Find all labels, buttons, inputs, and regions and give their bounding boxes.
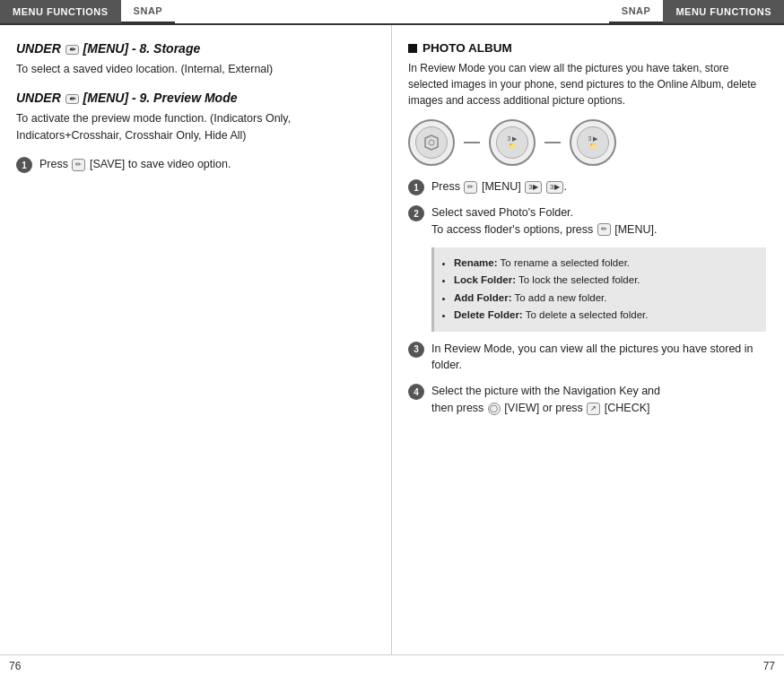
- main-content: UNDER ✏ [MENU] - 8. Storage To select a …: [0, 25, 784, 654]
- info-delete-bold: Delete Folder:: [454, 309, 523, 320]
- info-item-lock: Lock Folder: To lock the selected folder…: [454, 272, 757, 290]
- storage-body: To select a saved video location. (Inter…: [16, 61, 373, 78]
- black-square-icon: [408, 44, 417, 53]
- info-list: Rename: To rename a selected folder. Loc…: [443, 255, 757, 325]
- menu-key-icon-storage: ✏: [65, 45, 79, 55]
- folder-label-2: 3 ▶📁: [508, 135, 518, 151]
- storage-heading: UNDER ✏ [MENU] - 8. Storage: [16, 41, 373, 56]
- right-step-4-content: Select the picture with the Navigation K…: [431, 383, 766, 417]
- svg-marker-0: [425, 135, 438, 150]
- save-key-icon: ✏: [72, 159, 85, 171]
- right-step-3: 3 In Review Mode, you can view all the p…: [408, 341, 766, 375]
- menu-key-icon-preview: ✏: [65, 94, 79, 104]
- camera-icon-row: 3 ▶📁 3 ▶📁: [408, 119, 766, 166]
- info-item-add: Add Folder: To add a new folder.: [454, 290, 757, 308]
- camera-btn-inner-3: 3 ▶📁: [577, 126, 609, 159]
- header-left: MENU FUNCTIONS SNAP: [0, 0, 392, 23]
- check-key-icon: ↗: [587, 403, 600, 415]
- preview-heading: UNDER ✏ [MENU] - 9. Preview Mode: [16, 91, 373, 105]
- right-step-1: 1 Press ✏ [MENU] 3▶ 3▶.: [408, 178, 766, 195]
- photo-album-desc: In Review Mode you can view all the pict…: [408, 60, 766, 108]
- right-step-1-content: Press ✏ [MENU] 3▶ 3▶.: [431, 178, 766, 195]
- info-item-delete: Delete Folder: To delete a selected fold…: [454, 307, 757, 325]
- camera-btn-inner-1: [415, 126, 448, 159]
- info-add-bold: Add Folder:: [454, 292, 512, 303]
- footer: 76 77: [0, 654, 784, 676]
- menu-key-right-1: ✏: [464, 181, 477, 194]
- header-menu-tab-left[interactable]: MENU FUNCTIONS: [0, 0, 121, 23]
- right-panel: PHOTO ALBUM In Review Mode you can view …: [392, 25, 784, 654]
- svg-point-1: [429, 140, 434, 145]
- info-box: Rename: To rename a selected folder. Loc…: [431, 247, 766, 332]
- step-number-1-left: 1: [16, 157, 32, 173]
- nav-circle-icon: ◯: [488, 403, 501, 415]
- folder-key-1: 3▶: [525, 181, 541, 194]
- info-item-rename: Rename: To rename a selected folder.: [454, 255, 757, 273]
- header-menu-tab-right[interactable]: MENU FUNCTIONS: [663, 0, 784, 23]
- camera-btn-icon-3: 3 ▶📁: [570, 119, 616, 166]
- step-number-2-right: 2: [408, 205, 424, 221]
- left-step-1-text: Press ✏ [SAVE] to save video option.: [39, 156, 231, 173]
- folder-label-3: 3 ▶📁: [588, 135, 598, 151]
- left-step-1: 1 Press ✏ [SAVE] to save video option.: [16, 156, 373, 173]
- footer-page-left: 76: [9, 660, 21, 672]
- preview-body: To activate the preview mode function. (…: [16, 110, 373, 144]
- step-number-1-right: 1: [408, 179, 424, 195]
- camera-btn-icon-2: 3 ▶📁: [489, 119, 536, 166]
- step-number-4-right: 4: [408, 384, 424, 400]
- right-step-2: 2 Select saved Photo's Folder. To access…: [408, 204, 766, 238]
- header-snap-tab-right[interactable]: SNAP: [609, 0, 664, 23]
- dash-2: [544, 142, 561, 143]
- camera-svg-1: [422, 134, 440, 151]
- camera-btn-icon-1: [408, 119, 455, 166]
- header: MENU FUNCTIONS SNAP MENU FUNCTIONS SNAP: [0, 0, 784, 23]
- folder-key-2: 3▶: [546, 181, 562, 194]
- right-step-4: 4 Select the picture with the Navigation…: [408, 383, 766, 417]
- right-step-2-content: Select saved Photo's Folder. To access f…: [431, 204, 766, 238]
- menu-key-right-2: ✏: [597, 223, 611, 236]
- right-step-3-content: In Review Mode, you can view all the pic…: [431, 341, 766, 375]
- footer-page-right: 77: [763, 660, 775, 672]
- header-right: MENU FUNCTIONS SNAP: [392, 0, 784, 23]
- info-rename-bold: Rename:: [454, 257, 498, 268]
- left-panel: UNDER ✏ [MENU] - 8. Storage To select a …: [0, 25, 392, 654]
- photo-album-title: PHOTO ALBUM: [408, 41, 766, 55]
- camera-btn-inner-2: 3 ▶📁: [496, 126, 528, 159]
- step-number-3-right: 3: [408, 342, 424, 358]
- info-lock-bold: Lock Folder:: [454, 274, 516, 285]
- dash-1: [464, 142, 480, 143]
- header-snap-tab-left[interactable]: SNAP: [121, 0, 176, 23]
